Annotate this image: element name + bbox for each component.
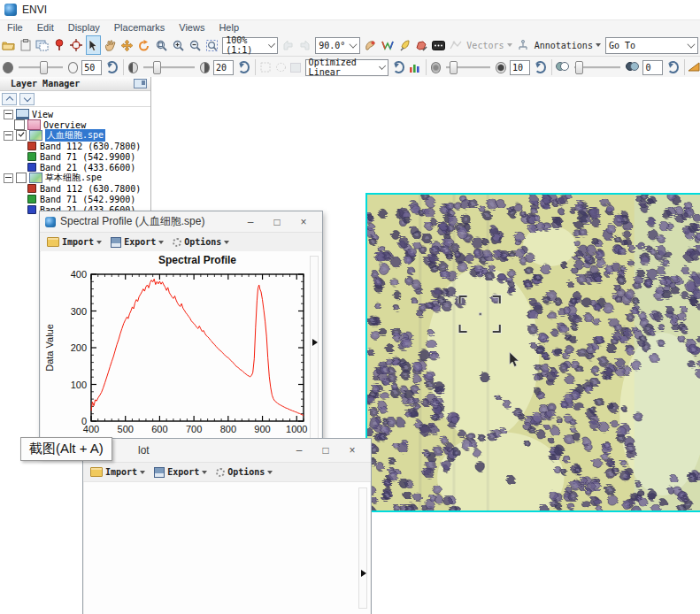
save-icon xyxy=(154,467,165,478)
close-button[interactable]: × xyxy=(290,212,317,231)
collapse-icon[interactable] xyxy=(4,110,13,119)
stretch-view-button[interactable] xyxy=(289,58,303,77)
cursor-value-button[interactable] xyxy=(69,35,84,55)
menu-file[interactable]: File xyxy=(0,21,30,34)
tree-item-band[interactable]: Band 112 (630.7800) xyxy=(0,141,150,151)
plot-window-titlebar[interactable]: lot – □ × xyxy=(83,439,371,463)
placemark-button[interactable] xyxy=(52,35,67,55)
chip-view-button[interactable] xyxy=(35,35,50,55)
tree-item-band[interactable]: Band 71 (542.9900) xyxy=(0,151,150,162)
stretch-rectangle-button[interactable] xyxy=(259,58,273,77)
feather-annotation-button[interactable] xyxy=(397,35,412,55)
menu-placemarks[interactable]: Placemarks xyxy=(107,21,172,34)
layer-1-checkbox[interactable] xyxy=(16,173,27,183)
menu-bar: File Edit Display Placemarks Views Help xyxy=(0,20,700,35)
zoom-level-combobox[interactable]: 100% (1:1) xyxy=(222,37,278,54)
layer-manager-header[interactable]: Layer Manager xyxy=(0,77,150,91)
menu-help[interactable]: Help xyxy=(212,21,246,34)
undock-panel-icon[interactable] xyxy=(134,79,147,88)
stretch-ellipse-button[interactable] xyxy=(274,58,288,77)
annotations-dropdown[interactable]: Annotations xyxy=(535,41,601,50)
transparency-reset-button[interactable] xyxy=(667,61,679,73)
brightness-light-icon xyxy=(68,62,79,73)
contrast-value-field[interactable]: 20 xyxy=(213,60,234,75)
spectral-profile-button[interactable] xyxy=(380,35,395,55)
zoom-out-button[interactable] xyxy=(188,35,203,55)
folder-icon xyxy=(47,237,59,247)
options-menu[interactable]: Options xyxy=(173,237,229,247)
sharpen-value-field[interactable]: 10 xyxy=(510,60,530,75)
spectral-profile-window[interactable]: Spectral Profile (人血细胞.spe) – □ × Import… xyxy=(39,211,323,457)
fixed-zoom-button[interactable] xyxy=(204,35,219,55)
contrast-slider[interactable] xyxy=(143,66,194,69)
minimize-button[interactable]: – xyxy=(237,212,264,231)
collapse-icon[interactable] xyxy=(4,131,13,141)
open-file-button[interactable] xyxy=(1,35,16,55)
import-menu[interactable]: Import xyxy=(90,467,145,477)
goto-combobox[interactable]: Go To xyxy=(605,37,698,54)
image-display-view[interactable] xyxy=(365,193,700,512)
contrast-slider-thumb[interactable] xyxy=(153,61,161,74)
brightness-slider[interactable] xyxy=(19,66,63,69)
raster-color-slices-button[interactable] xyxy=(431,35,446,55)
mensuration-icon[interactable] xyxy=(688,61,700,73)
move-layer-up-button[interactable] xyxy=(2,93,17,105)
brightness-value-field[interactable]: 50 xyxy=(81,60,102,75)
expand-panel-arrow-icon[interactable] xyxy=(361,570,366,577)
collapse-icon[interactable] xyxy=(4,173,13,183)
data-manager-button[interactable] xyxy=(18,35,33,55)
tree-item-band[interactable]: Band 71 (542.9900) xyxy=(0,194,150,204)
transparency-slider[interactable] xyxy=(574,66,620,69)
tree-item-band[interactable]: Band 112 (630.7800) xyxy=(0,183,150,194)
close-button[interactable]: × xyxy=(339,441,365,460)
zoom-box-button[interactable] xyxy=(154,35,169,55)
transparency-value-field[interactable]: 0 xyxy=(642,60,663,75)
menu-edit[interactable]: Edit xyxy=(30,21,61,34)
layer-0-checkbox[interactable] xyxy=(16,130,27,141)
export-menu[interactable]: Export xyxy=(154,467,207,478)
spectral-window-titlebar[interactable]: Spectral Profile (人血细胞.spe) – □ × xyxy=(40,211,322,233)
brightness-slider-thumb[interactable] xyxy=(40,61,48,74)
stretch-reset-button[interactable] xyxy=(393,61,404,73)
brightness-reset-button[interactable] xyxy=(106,61,118,73)
import-menu[interactable]: Import xyxy=(47,237,102,247)
menu-views[interactable]: Views xyxy=(172,21,212,34)
fly-tool-button[interactable] xyxy=(119,35,135,55)
stretch-type-combobox[interactable]: Optimized Linear xyxy=(305,59,389,76)
plot-window[interactable]: lot – □ × Import Export Options xyxy=(82,438,372,614)
overview-checkbox[interactable] xyxy=(14,119,25,130)
sharpen-slider[interactable] xyxy=(446,66,490,69)
sharpen-slider-thumb[interactable] xyxy=(450,61,458,74)
tree-item-layer-0[interactable]: 人血细胞.spe xyxy=(0,130,150,141)
crosshairs-color-button[interactable] xyxy=(363,35,378,55)
transparency-slider-thumb[interactable] xyxy=(575,61,583,74)
export-menu[interactable]: Export xyxy=(111,237,164,248)
options-menu[interactable]: Options xyxy=(216,467,273,477)
move-layer-down-button[interactable] xyxy=(19,93,35,105)
pan-hand-button[interactable] xyxy=(103,35,118,55)
rotate-view-button[interactable] xyxy=(136,35,151,55)
tree-item-view[interactable]: View xyxy=(0,109,150,119)
tree-item-layer-1[interactable]: 草本细胞.spe xyxy=(0,173,150,183)
plot-key-collapse-strip[interactable] xyxy=(310,256,319,449)
sharpen-reset-button[interactable] xyxy=(535,61,546,73)
minimize-button[interactable]: – xyxy=(286,441,312,460)
expand-panel-arrow-icon[interactable] xyxy=(312,339,318,346)
zoom-in-button[interactable] xyxy=(171,35,186,55)
blood-cell-image[interactable] xyxy=(367,195,700,510)
plot-key-collapse-strip[interactable] xyxy=(358,487,367,609)
flip-horizontal-button[interactable] xyxy=(281,35,296,55)
maximize-button[interactable]: □ xyxy=(264,212,290,231)
flip-vertical-button[interactable] xyxy=(297,35,312,55)
vectors-dropdown[interactable]: Vectors xyxy=(466,41,512,50)
contrast-reset-button[interactable] xyxy=(238,61,250,73)
select-tool-button[interactable] xyxy=(86,35,101,55)
transparency-high-icon xyxy=(626,61,639,73)
menu-display[interactable]: Display xyxy=(61,21,107,34)
tree-view-label: View xyxy=(32,110,53,119)
maximize-button[interactable]: □ xyxy=(312,441,339,460)
rotation-combobox[interactable]: 90.0° xyxy=(315,37,360,54)
transparency-low-icon xyxy=(556,61,569,73)
roi-tool-button[interactable] xyxy=(414,35,429,55)
histogram-stretch-button[interactable] xyxy=(408,58,422,77)
